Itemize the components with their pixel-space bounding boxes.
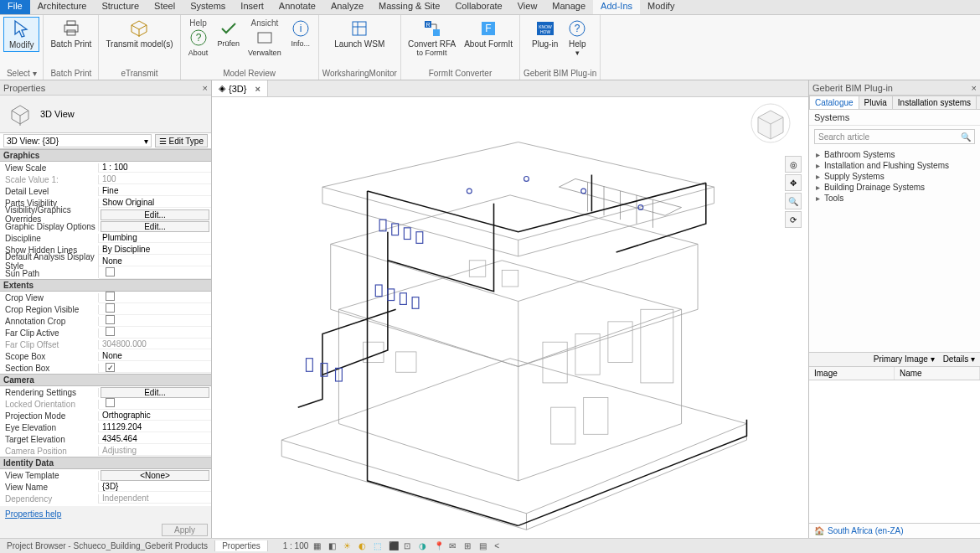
bottom-tab-browser[interactable]: Project Browser - Schueco_Building_Geber… (0, 540, 215, 551)
menu-tab-modify[interactable]: Modify (640, 0, 682, 14)
modify-button[interactable]: Modify (3, 17, 39, 52)
prop-group-camera[interactable]: Camera (0, 374, 211, 386)
vc-icon-3[interactable]: ☀ (343, 541, 353, 551)
prop-row[interactable]: Detail LevelFine (0, 185, 211, 197)
tree-node[interactable]: ▸Bathroom Systems (814, 149, 975, 160)
locale-link[interactable]: South Africa (en-ZA) (828, 526, 904, 535)
prop-value[interactable]: Fine (99, 186, 211, 196)
prop-group-extents[interactable]: Extents (0, 279, 211, 292)
menu-tab-collaborate[interactable]: Collaborate (447, 0, 509, 14)
view-scale[interactable]: 1 : 100 (283, 541, 309, 550)
prop-value[interactable]: 1 : 100 (99, 163, 211, 173)
prop-row[interactable]: Locked Orientation (0, 398, 211, 410)
menu-tab-insert[interactable]: Insert (233, 0, 271, 14)
type-name[interactable]: 3D View (40, 109, 75, 119)
prop-row[interactable]: Far Clip Offset304800.000 (0, 339, 211, 350)
prop-row[interactable]: Rendering SettingsEdit... (0, 386, 211, 398)
prop-row[interactable]: Graphic Display OptionsEdit... (0, 220, 211, 232)
prop-row[interactable]: DisciplinePlumbing (0, 232, 211, 244)
menu-tab-file[interactable]: File (0, 0, 30, 14)
grid-col-image[interactable]: Image (809, 367, 895, 380)
vc-icon-11[interactable]: ⊞ (464, 541, 474, 551)
prop-row[interactable]: Sun Path (0, 267, 211, 279)
menu-tab-annotate[interactable]: Annotate (271, 0, 323, 14)
properties-close-icon[interactable]: × (203, 83, 208, 93)
prop-edit-button[interactable]: <None> (101, 470, 209, 481)
prop-checkbox[interactable] (106, 303, 115, 313)
prop-row[interactable]: Crop View (0, 292, 211, 303)
prop-checkbox[interactable] (106, 292, 115, 301)
view-tab-close-icon[interactable]: × (255, 84, 260, 94)
prop-row[interactable]: View Template<None> (0, 469, 211, 481)
details-dd[interactable]: Details ▾ (943, 354, 975, 364)
geberit-tab-catalogue[interactable]: Catalogue (809, 96, 859, 109)
prop-row[interactable]: View Scale1 : 100 (0, 162, 211, 173)
nav-orbit-icon[interactable]: ⟳ (785, 211, 802, 228)
prop-edit-button[interactable]: Edit... (101, 221, 209, 232)
prop-checkbox[interactable] (106, 315, 115, 324)
prop-value[interactable]: Adjusting (99, 446, 211, 456)
tree-node[interactable]: ▸Installation and Flushing Systems (814, 160, 975, 171)
grid-col-name[interactable]: Name (895, 367, 980, 380)
geberit-search-input[interactable]: Search article 🔍 (814, 129, 975, 144)
prop-value[interactable]: 11129.204 (99, 422, 211, 432)
verwalten-button[interactable]: Ansicht Verwalten (245, 17, 285, 59)
prop-checkbox[interactable] (106, 267, 115, 276)
vc-icon-13[interactable]: < (494, 541, 504, 551)
prop-row[interactable]: View Name{3D} (0, 481, 211, 493)
vc-icon-6[interactable]: ⬛ (389, 541, 399, 551)
prop-value[interactable]: None (99, 351, 211, 361)
model-review-help[interactable]: Help ? About (184, 17, 213, 59)
vc-icon-8[interactable]: ◑ (419, 541, 429, 551)
tree-expand-icon[interactable]: ▸ (814, 194, 821, 203)
vc-icon-2[interactable]: ◧ (328, 541, 338, 551)
menu-tab-architecture[interactable]: Architecture (30, 0, 95, 14)
nav-wheel-icon[interactable]: ◎ (785, 156, 802, 173)
prop-row[interactable]: Eye Elevation11129.204 (0, 421, 211, 433)
transmit-button[interactable]: Transmit model(s) (102, 17, 176, 50)
properties-help-link[interactable]: Properties help (5, 509, 61, 519)
vc-icon-7[interactable]: ⊡ (404, 541, 414, 551)
ribbon-group-select[interactable]: Select ▾ (7, 68, 37, 80)
tree-node[interactable]: ▸Supply Systems (814, 171, 975, 182)
tree-expand-icon[interactable]: ▸ (814, 161, 821, 170)
menu-tab-massing[interactable]: Massing & Site (371, 0, 447, 14)
menu-tab-analyze[interactable]: Analyze (323, 0, 371, 14)
about-formit-button[interactable]: F About FormIt (461, 17, 516, 50)
prop-row[interactable]: Projection ModeOrthographic (0, 410, 211, 421)
tree-expand-icon[interactable]: ▸ (814, 172, 821, 181)
geberit-tab-pluvia[interactable]: Pluvia (859, 96, 893, 109)
prop-row[interactable]: Target Elevation4345.464 (0, 433, 211, 445)
tree-expand-icon[interactable]: ▸ (814, 183, 821, 192)
launch-wsm-button[interactable]: Launch WSM (331, 17, 388, 50)
menu-tab-structure[interactable]: Structure (94, 0, 147, 14)
prop-value[interactable]: {3D} (99, 482, 211, 492)
bottom-tab-properties[interactable]: Properties (215, 540, 268, 551)
prop-row[interactable]: Section Box✓ (0, 362, 211, 374)
geberit-tab-assistants[interactable]: Assistants (976, 96, 980, 109)
prop-value[interactable]: 4345.464 (99, 434, 211, 444)
menu-tab-addins[interactable]: Add-Ins (593, 0, 640, 14)
prop-row[interactable]: Annotation Crop (0, 315, 211, 327)
prop-value[interactable]: Independent (99, 494, 211, 504)
prop-value[interactable]: Orthographic (99, 411, 211, 421)
geberit-help-button[interactable]: ? Help ▾ (563, 17, 591, 59)
tree-expand-icon[interactable]: ▸ (814, 150, 821, 159)
nav-pan-icon[interactable]: ✥ (785, 174, 802, 191)
prop-group-graphics[interactable]: Graphics (0, 149, 211, 162)
prufen-button[interactable]: Prüfen (214, 17, 244, 49)
tree-node[interactable]: ▸Building Drainage Systems (814, 182, 975, 193)
prop-value[interactable]: Show Original (99, 198, 211, 208)
geberit-tab-installation[interactable]: Installation systems (892, 96, 977, 109)
primary-image-dd[interactable]: Primary Image ▾ (874, 354, 935, 364)
info-button[interactable]: i Info... (286, 17, 315, 49)
prop-value[interactable]: 100 (99, 174, 211, 184)
prop-row[interactable]: Scope BoxNone (0, 350, 211, 362)
convert-rfa-button[interactable]: R Convert RFA to FormIt (405, 17, 459, 59)
apply-button[interactable]: Apply (162, 524, 208, 536)
menu-tab-steel[interactable]: Steel (147, 0, 183, 14)
prop-edit-button[interactable]: Edit... (101, 387, 209, 398)
prop-checkbox[interactable] (106, 398, 115, 407)
prop-value[interactable]: None (99, 256, 211, 266)
tree-node[interactable]: ▸Tools (814, 193, 975, 204)
